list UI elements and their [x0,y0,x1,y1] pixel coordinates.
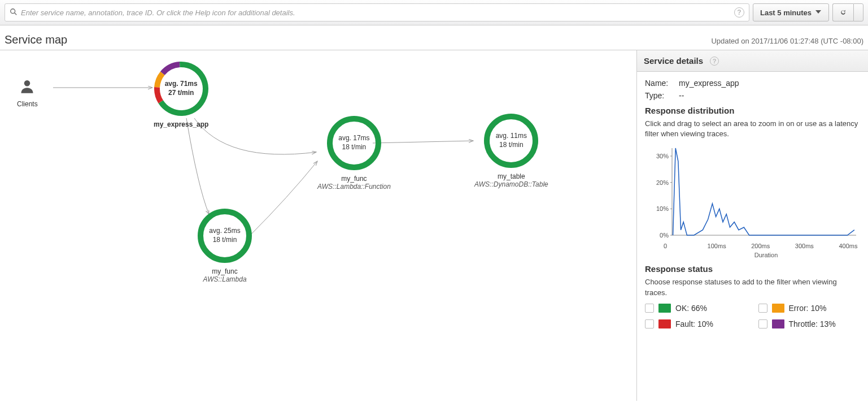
checkbox[interactable] [758,304,767,313]
status-error[interactable]: Error: 10% [758,304,861,313]
svg-point-6 [24,80,30,87]
color-swatch-fault [658,319,671,328]
checkbox[interactable] [645,304,654,313]
response-status-grid: OK: 66% Error: 10% Fault: 10% Throttle: … [645,304,860,328]
svg-point-0 [11,8,15,13]
color-swatch-throttle [772,319,784,328]
refresh-menu-button[interactable] [853,3,863,21]
svg-text:0%: 0% [660,232,669,239]
type-label: Type: [645,91,673,100]
node-avg: avg. 17ms [338,134,369,143]
svg-line-1 [15,12,17,15]
node-my-table[interactable]: avg. 11ms 18 t/min my_table AWS::DynamoD… [474,114,548,188]
node-my-func-lambda[interactable]: avg. 25ms 18 t/min my_func AWS::Lambda [198,209,252,283]
checkbox[interactable] [758,319,767,328]
node-my-func-lambda-function[interactable]: avg. 17ms 18 t/min my_func AWS::Lambda::… [317,116,391,191]
map-edges [0,50,636,401]
svg-text:10%: 10% [656,206,669,213]
node-avg: avg. 25ms [209,227,240,236]
clients-label: Clients [17,100,38,108]
chart-x-label: Duration [651,252,860,258]
response-distribution-header: Response distribution [645,106,860,115]
node-my-express-app[interactable]: avg. 71ms 27 t/min my_express_app [154,62,208,128]
node-avg: avg. 71ms [165,80,198,89]
search-input[interactable] [21,8,731,17]
node-avg: avg. 11ms [496,132,527,141]
node-label: my_table [498,172,525,180]
search-box[interactable]: ? [5,3,749,21]
refresh-button-group [832,3,863,21]
svg-text:30%: 30% [656,153,669,159]
response-distribution-help: Click and drag to select an area to zoom… [645,119,860,139]
node-sublabel: AWS::Lambda [203,275,246,283]
node-rate: 18 t/min [342,143,367,152]
page-title: Service map [5,33,67,46]
node-sublabel: AWS::Lambda::Function [317,183,391,191]
node-label: my_express_app [154,120,208,128]
help-icon[interactable]: ? [710,57,719,66]
service-details-panel: Service details ? Name: my_express_app T… [636,50,868,401]
main-area: Clients avg. 71ms 27 t/min my_express_ap… [0,50,868,401]
node-rate: 18 t/min [213,236,237,245]
status-ok[interactable]: OK: 66% [645,304,747,313]
svg-marker-2 [815,10,821,14]
response-status-help: Choose response statuses to add to the f… [645,277,860,297]
name-value: my_express_app [679,79,739,88]
node-rate: 18 t/min [499,141,524,150]
status-fault[interactable]: Fault: 10% [645,319,747,328]
node-rate: 27 t/min [168,89,194,98]
node-sublabel: AWS::DynamoDB::Table [474,180,548,188]
color-swatch-ok [658,304,671,313]
top-toolbar: ? Last 5 minutes [0,0,868,25]
type-value: -- [679,91,684,100]
status-error-label: Error: 10% [789,304,827,313]
checkbox[interactable] [645,319,654,328]
response-status-header: Response status [645,264,860,274]
response-distribution-chart[interactable]: 0%10%20%30% 0100ms200ms300ms400ms Durati… [645,145,860,258]
color-swatch-error [772,304,784,313]
service-map[interactable]: Clients avg. 71ms 27 t/min my_express_ap… [0,50,636,401]
chevron-down-icon [815,8,822,17]
status-throttle-label: Throttle: 13% [789,319,836,328]
refresh-button[interactable] [832,3,853,21]
title-row: Service map Updated on 2017/11/06 01:27:… [0,25,868,50]
search-icon [10,8,21,18]
time-range-button[interactable]: Last 5 minutes [753,3,829,21]
refresh-icon [840,9,847,16]
chart-x-ticks: 0100ms200ms300ms400ms [651,243,860,250]
service-details-header: Service details ? [637,50,868,72]
status-fault-label: Fault: 10% [675,319,713,328]
help-icon[interactable]: ? [734,7,744,18]
node-label: my_func [212,267,237,275]
name-label: Name: [645,79,673,88]
person-icon [19,79,35,94]
service-details-title: Service details [644,56,703,66]
status-ok-label: OK: 66% [675,304,707,313]
svg-text:20%: 20% [656,179,669,186]
status-throttle[interactable]: Throttle: 13% [758,319,861,328]
time-range-label: Last 5 minutes [760,8,812,17]
updated-timestamp: Updated on 2017/11/06 01:27:48 (UTC -08:… [711,37,863,45]
node-label: my_func [341,175,367,183]
node-clients[interactable]: Clients [17,73,38,108]
